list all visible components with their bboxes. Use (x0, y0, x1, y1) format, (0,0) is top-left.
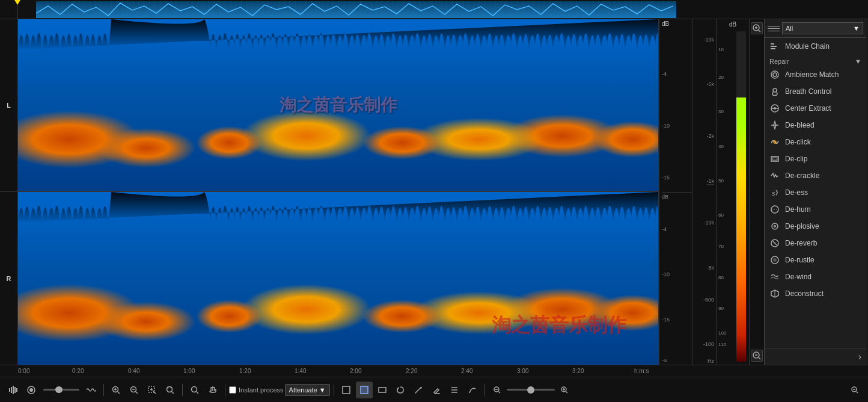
right-end-btn[interactable] (846, 382, 863, 398)
lasso-btn[interactable] (392, 382, 409, 398)
module-item-ambience-match[interactable]: Ambience Match (765, 66, 866, 83)
spectrogram-container[interactable]: 淘之茵音乐制作 淘之茵音乐制作 (18, 19, 658, 365)
module-item-de-crackle[interactable]: De-crackle (765, 167, 866, 184)
module-label-de-rustle: De-rustle (785, 256, 815, 264)
waves-btn[interactable] (83, 382, 100, 398)
module-label-center-extract: Center Extract (785, 104, 831, 113)
module-item-de-hum[interactable]: De-hum (765, 201, 866, 218)
module-item-de-reverb[interactable]: De-reverb (765, 235, 866, 252)
module-label-ambience-match: Ambience Match (785, 70, 839, 79)
waveform-view-btn[interactable] (5, 382, 22, 398)
filter-dropdown[interactable]: All ▼ (782, 22, 863, 34)
menu-icon[interactable] (768, 23, 780, 33)
main-content: L R 淘之茵音乐制作 (0, 19, 868, 365)
overview-waveform[interactable] (36, 1, 676, 18)
separator-5 (484, 384, 485, 396)
instant-process-checkbox[interactable]: Instant process (229, 386, 284, 394)
module-item-center-extract[interactable]: Center Extract (765, 100, 866, 117)
svg-line-53 (197, 391, 199, 394)
svg-point-28 (773, 258, 777, 262)
module-icon-de-plosive (769, 221, 780, 232)
module-icon-breath-control (769, 86, 780, 97)
attenuate-dropdown[interactable]: Attenuate ▼ (285, 384, 330, 396)
svg-point-36 (29, 388, 33, 392)
svg-point-11 (773, 73, 777, 76)
module-item-de-click[interactable]: De-click (765, 134, 866, 150)
eraser-btn[interactable] (428, 382, 445, 398)
module-chain-item[interactable]: Module Chain (765, 38, 866, 55)
time-mark-240: 2:40 (461, 368, 472, 374)
zoom-in-btn[interactable] (108, 382, 124, 398)
zoom-fit-btn[interactable] (162, 382, 179, 398)
list-btn[interactable] (446, 382, 463, 398)
svg-line-49 (172, 391, 174, 394)
svg-rect-32 (13, 386, 14, 394)
channel-labels: L R (0, 19, 18, 365)
module-item-de-clip[interactable]: De-clip (765, 150, 866, 167)
module-label-de-bleed: De-bleed (785, 121, 815, 129)
module-item-de-wind[interactable]: De-wind (765, 268, 866, 285)
zoom-full-btn[interactable] (186, 382, 203, 398)
right-meters: dB -4 -10 -15 dB -4 -10 -15 -∞ -10k -5k … (658, 19, 764, 365)
channel-label-r: R (0, 192, 17, 365)
repair-section-label: Repair ▼ (765, 55, 866, 66)
time-mark-20: 0:20 (72, 368, 84, 374)
module-item-de-rustle[interactable]: De-rustle (765, 252, 866, 268)
module-label-deconstruct: Deconstruct (785, 289, 824, 298)
module-item-de-plosive[interactable]: De-plosive (765, 218, 866, 235)
module-icon-deconstruct (769, 288, 780, 299)
svg-rect-34 (16, 388, 17, 392)
module-item-de-ess[interactable]: sDe-ess (765, 184, 866, 201)
zoom-out-vertical-btn[interactable] (751, 350, 763, 362)
zoom-out-btn[interactable] (126, 382, 142, 398)
brush-btn[interactable] (410, 382, 427, 398)
select-active-btn[interactable] (356, 382, 373, 398)
separator-2 (182, 384, 183, 396)
svg-point-24 (775, 226, 775, 227)
selection-zoom-btn[interactable] (144, 382, 160, 398)
time-markers-bar: 0:00 0:20 0:40 1:00 1:20 1:40 2:00 2:20 … (0, 365, 868, 377)
module-item-deconstruct[interactable]: Deconstruct (765, 285, 866, 302)
module-label-de-hum: De-hum (785, 205, 811, 214)
svg-rect-54 (343, 386, 350, 394)
zoom-plus-btn[interactable] (556, 382, 573, 398)
time-mark-120: 1:20 (239, 368, 251, 374)
separator-1 (103, 384, 104, 396)
time-mark-100: 1:00 (183, 368, 195, 374)
module-label-de-click: De-click (785, 138, 811, 146)
channel-l-spectrogram[interactable]: 淘之茵音乐制作 (18, 19, 658, 192)
filter-row: All ▼ (765, 19, 866, 38)
rect-select-btn[interactable] (338, 382, 355, 398)
expand-arrow[interactable]: › (858, 351, 861, 362)
curve-btn[interactable] (464, 382, 481, 398)
time-mark-40: 0:40 (128, 368, 139, 374)
instant-process-input[interactable] (229, 386, 236, 394)
clip-select-btn[interactable] (374, 382, 391, 398)
module-item-de-bleed[interactable]: De-bleed (765, 117, 866, 134)
volume-slider[interactable] (43, 389, 79, 391)
pan-tool-btn[interactable] (204, 382, 221, 398)
time-mark-320: 3:20 (572, 368, 584, 374)
module-icon-de-clip (769, 153, 780, 164)
zoom-minus-btn[interactable] (489, 382, 506, 398)
module-icon-ambience-match (769, 69, 780, 80)
right-panel: All ▼ Module Chain Repair ▼ Ambience Mat… (764, 19, 866, 365)
time-mark-220: 2:20 (406, 368, 417, 374)
svg-point-14 (774, 107, 776, 110)
zoom-controls-vertical (749, 19, 764, 365)
svg-point-10 (771, 71, 778, 78)
module-icon-de-reverb (769, 238, 780, 249)
module-label-de-reverb: De-reverb (785, 239, 817, 247)
zoom-in-vertical-btn[interactable] (751, 22, 763, 34)
module-label-de-wind: De-wind (785, 273, 811, 281)
module-item-breath-control[interactable]: Breath Control (765, 83, 866, 100)
module-icon-de-crackle (769, 170, 780, 181)
module-chain-icon (769, 41, 780, 52)
play-btn[interactable] (23, 382, 40, 398)
module-list[interactable]: Ambience MatchBreath ControlCenter Extra… (765, 66, 866, 348)
timeline-bar (0, 0, 868, 19)
level-meter-column: dB 10 20 30 40 50 60 70 80 90 100 110 (716, 19, 749, 365)
channel-r-spectrogram[interactable]: 淘之茵音乐制作 (18, 192, 658, 365)
horizontal-zoom-slider[interactable] (507, 389, 555, 391)
right-panel-arrow[interactable]: › (765, 348, 866, 365)
